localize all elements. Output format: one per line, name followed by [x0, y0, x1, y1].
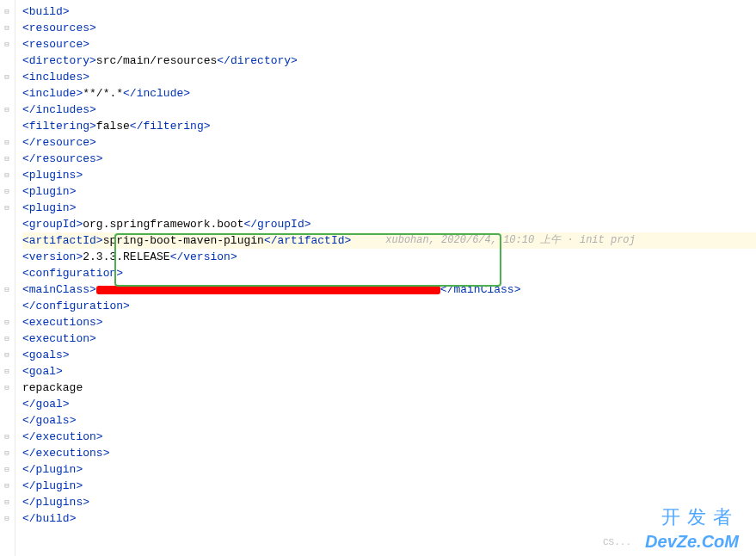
code-line: <execution>: [22, 331, 756, 347]
code-line: </goals>: [22, 412, 756, 429]
fold-icon[interactable]: ⊟: [0, 445, 14, 461]
code-line: <goal>: [22, 363, 756, 380]
fold-icon[interactable]: [0, 85, 14, 102]
code-line: <executions>: [22, 314, 756, 331]
fold-icon[interactable]: ⊟: [0, 36, 14, 53]
fold-icon[interactable]: ⊟: [0, 134, 14, 151]
fold-icon[interactable]: ⊟: [0, 331, 14, 347]
code-line: </configuration>: [22, 298, 756, 314]
code-line: <filtering>false</filtering>: [22, 118, 756, 134]
fold-icon[interactable]: ⊟: [0, 20, 14, 36]
fold-icon[interactable]: ⊟: [0, 167, 14, 183]
watermark-en: DevZe.CoM: [645, 532, 739, 552]
code-line: <plugin>: [22, 200, 756, 216]
fold-icon[interactable]: ⊟: [0, 314, 14, 331]
fold-icon[interactable]: [0, 232, 14, 249]
fold-icon[interactable]: [0, 53, 14, 69]
gutter: ⊟ ⊟ ⊟ ⊟ ⊟ ⊟ ⊟ ⊟ ⊟ ⊟ ⊟ ⊟ ⊟ ⊟ ⊟ ⊟ ⊟ ⊟ ⊟ ⊟ …: [0, 0, 15, 556]
code-line: </includes>: [22, 102, 756, 118]
code-line: <resources>: [22, 20, 756, 36]
fold-icon[interactable]: ⊟: [0, 151, 14, 167]
fold-icon[interactable]: ⊟: [0, 494, 14, 510]
code-line: </goal>: [22, 396, 756, 412]
code-line: </plugin>: [22, 478, 756, 494]
code-line: </plugin>: [22, 461, 756, 478]
code-line: <include>**/*.*</include>: [22, 85, 756, 102]
code-line: <includes>: [22, 69, 756, 85]
fold-icon[interactable]: ⊟: [0, 347, 14, 363]
fold-icon[interactable]: ⊟: [0, 200, 14, 216]
fold-icon[interactable]: [0, 298, 14, 314]
code-line: repackage: [22, 380, 756, 396]
code-line: </plugins>: [22, 494, 756, 510]
redacted-content: [96, 286, 440, 294]
code-line: </resources>: [22, 151, 756, 167]
fold-icon[interactable]: [0, 118, 14, 134]
fold-icon[interactable]: [0, 249, 14, 265]
code-editor[interactable]: ⊟ ⊟ ⊟ ⊟ ⊟ ⊟ ⊟ ⊟ ⊟ ⊟ ⊟ ⊟ ⊟ ⊟ ⊟ ⊟ ⊟ ⊟ ⊟ ⊟ …: [0, 0, 756, 556]
code-line: <resource>: [22, 36, 756, 53]
fold-icon[interactable]: ⊟: [0, 69, 14, 85]
fold-icon[interactable]: ⊟: [0, 102, 14, 118]
fold-icon[interactable]: ⊟: [0, 510, 14, 527]
fold-icon[interactable]: [0, 265, 14, 281]
code-line: </build>: [22, 510, 756, 527]
fold-icon[interactable]: [0, 216, 14, 232]
fold-icon[interactable]: ⊟: [0, 281, 14, 298]
code-line-highlighted: <artifactId>spring-boot-maven-plugin</ar…: [22, 232, 756, 249]
code-line: <groupId>org.springframework.boot</group…: [22, 216, 756, 232]
fold-icon[interactable]: ⊟: [0, 461, 14, 478]
git-blame: xubohan, 2020/6/4, 10:10 上午 · init proj: [385, 232, 635, 249]
code-line: <version>2.3.3.RELEASE</version>: [22, 249, 756, 265]
fold-icon[interactable]: ⊟: [0, 429, 14, 445]
code-line: </execution>: [22, 429, 756, 445]
code-line: <configuration>: [22, 265, 756, 281]
fold-icon[interactable]: ⊟: [0, 363, 14, 380]
code-line: <build>: [22, 3, 756, 20]
code-line: <plugins>: [22, 167, 756, 183]
code-line: <goals>: [22, 347, 756, 363]
fold-icon[interactable]: ⊟: [0, 478, 14, 494]
fold-icon[interactable]: [0, 396, 14, 412]
code-line: <plugin>: [22, 183, 756, 200]
code-line: </resource>: [22, 134, 756, 151]
watermark-cn: 开发者: [661, 504, 739, 530]
code-line: </executions>: [22, 445, 756, 461]
fold-icon[interactable]: ⊟: [0, 3, 14, 20]
fold-icon[interactable]: ⊟: [0, 183, 14, 200]
code-line: <mainClass></mainClass>: [22, 281, 756, 298]
fold-icon[interactable]: ⊟: [0, 380, 14, 396]
fold-icon[interactable]: [0, 412, 14, 429]
code-area[interactable]: <build> <resources> <resource> <director…: [15, 0, 756, 556]
watermark-faint: CS...: [603, 537, 631, 547]
code-line: <directory>src/main/resources</directory…: [22, 53, 756, 69]
